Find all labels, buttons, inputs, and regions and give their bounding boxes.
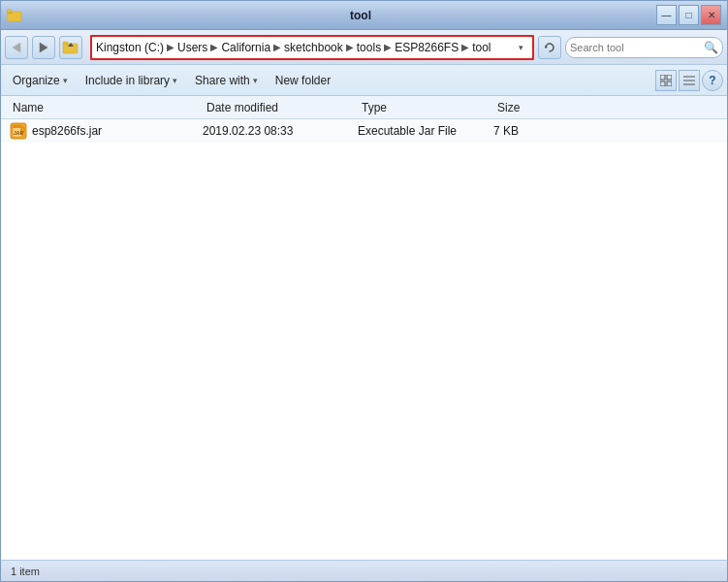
file-name: esp8266fs.jar: [32, 124, 102, 138]
minimize-button[interactable]: —: [656, 5, 677, 25]
view-options-button[interactable]: [655, 70, 677, 91]
view-options-icon: [660, 75, 672, 86]
column-header-type[interactable]: Type: [358, 101, 493, 114]
address-dropdown-button[interactable]: ▾: [513, 37, 528, 58]
svg-marker-3: [13, 43, 20, 52]
column-headers: Name Date modified Type Size: [1, 96, 727, 119]
maximize-button[interactable]: □: [679, 5, 699, 25]
toolbar-row: Organize ▾ Include in library ▾ Share wi…: [1, 65, 727, 96]
svg-rect-10: [667, 75, 672, 80]
navigation-bar: Kingston (C:) ▶ Users ▶ California ▶ ske…: [1, 30, 727, 65]
breadcrumb-kingston[interactable]: Kingston (C:): [96, 41, 164, 54]
svg-marker-4: [40, 43, 47, 52]
include-library-label: Include in library: [85, 74, 170, 87]
breadcrumb-california[interactable]: California: [221, 41, 270, 54]
details-view-icon: [683, 75, 695, 86]
close-button[interactable]: ✕: [701, 5, 721, 25]
organize-label: Organize: [13, 74, 60, 87]
share-with-label: Share with: [195, 74, 250, 87]
window-controls: — □ ✕: [656, 5, 721, 25]
status-bar: 1 item: [1, 560, 727, 581]
column-header-name[interactable]: Name: [9, 101, 203, 114]
folder-up-icon: [62, 40, 79, 55]
file-list[interactable]: Name Date modified Type Size JAR: [1, 96, 727, 560]
back-button[interactable]: [5, 36, 28, 59]
search-input[interactable]: [570, 42, 704, 53]
svg-rect-6: [63, 42, 68, 45]
jar-file-icon: JAR: [9, 121, 28, 141]
include-library-chevron-icon: ▾: [173, 76, 177, 85]
breadcrumb-sketchbook[interactable]: sketchbook: [284, 41, 343, 54]
new-folder-label: New folder: [275, 74, 331, 87]
file-date-cell: 2019.02.23 08:33: [203, 124, 358, 138]
forward-button[interactable]: [32, 36, 55, 59]
svg-rect-9: [660, 75, 665, 80]
column-header-date[interactable]: Date modified: [203, 101, 358, 114]
organize-button[interactable]: Organize ▾: [5, 70, 76, 91]
window-title: tool: [65, 9, 656, 22]
file-size-cell: 7 KB: [493, 124, 571, 138]
search-icon[interactable]: 🔍: [704, 41, 718, 54]
organize-chevron-icon: ▾: [63, 76, 68, 85]
table-row[interactable]: JAR esp8266fs.jar 2019.02.23 08:33 Execu…: [1, 119, 727, 143]
address-bar[interactable]: Kingston (C:) ▶ Users ▶ California ▶ ske…: [90, 35, 534, 60]
svg-rect-12: [667, 81, 672, 86]
content-area: Name Date modified Type Size JAR: [1, 96, 727, 560]
title-folder-icon: [7, 8, 22, 23]
share-with-button[interactable]: Share with ▾: [187, 70, 266, 91]
column-header-size[interactable]: Size: [493, 101, 571, 114]
file-name-cell: JAR esp8266fs.jar: [9, 121, 203, 141]
details-view-button[interactable]: [679, 70, 700, 91]
help-button[interactable]: ?: [702, 70, 723, 91]
file-type-cell: Executable Jar File: [358, 124, 493, 138]
status-item-count: 1 item: [11, 566, 40, 577]
refresh-button[interactable]: [538, 36, 561, 59]
svg-rect-11: [660, 81, 665, 86]
search-bar[interactable]: 🔍: [565, 37, 723, 58]
help-icon: ?: [709, 74, 715, 87]
breadcrumb-tool[interactable]: tool: [472, 41, 491, 54]
breadcrumb-path: Kingston (C:) ▶ Users ▶ California ▶ ske…: [96, 41, 513, 54]
breadcrumb-users[interactable]: Users: [177, 41, 207, 54]
svg-rect-2: [7, 10, 12, 13]
breadcrumb-esp8266fs[interactable]: ESP8266FS: [395, 41, 459, 54]
explorer-window: tool — □ ✕ Kingston: [0, 0, 728, 582]
include-library-button[interactable]: Include in library ▾: [78, 70, 185, 91]
up-button[interactable]: [59, 36, 82, 59]
share-with-chevron-icon: ▾: [253, 76, 258, 85]
new-folder-button[interactable]: New folder: [268, 70, 338, 91]
svg-rect-19: [13, 125, 21, 128]
breadcrumb-tools[interactable]: tools: [357, 41, 381, 54]
svg-text:JAR: JAR: [14, 130, 23, 136]
title-bar: tool — □ ✕: [1, 1, 727, 30]
